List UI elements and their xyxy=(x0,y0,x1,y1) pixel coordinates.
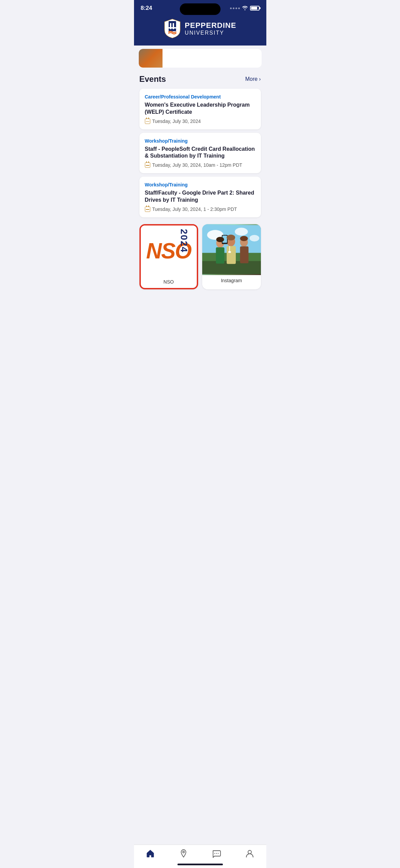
svg-rect-13 xyxy=(227,246,236,264)
status-time: 8:24 xyxy=(141,5,152,12)
svg-point-18 xyxy=(216,237,224,242)
instagram-label: Instagram xyxy=(221,278,242,283)
event-date-text-2: Tuesday, July 30, 2024, 10am - 12pm PDT xyxy=(152,162,242,168)
svg-point-6 xyxy=(235,228,248,235)
event-category-2: Workshop/Training xyxy=(145,138,255,144)
svg-point-20 xyxy=(240,236,248,241)
instagram-card[interactable]: Instagram xyxy=(202,224,261,289)
signal-icon xyxy=(230,7,240,9)
event-date-3: Tuesday, July 30, 2024, 1 - 2:30pm PDT xyxy=(145,206,255,212)
battery-icon xyxy=(250,6,260,11)
instagram-illustration xyxy=(202,224,261,275)
status-bar: 8:24 xyxy=(134,0,266,15)
svg-point-19 xyxy=(227,235,235,240)
header: PEPPERDINE UNIVERSITY xyxy=(134,15,266,46)
event-date-2: Tuesday, July 30, 2024, 10am - 12pm PDT xyxy=(145,162,255,168)
event-card-2[interactable]: Workshop/Training Staff - PeopleSoft Cre… xyxy=(139,133,261,174)
event-category-3: Workshop/Training xyxy=(145,182,255,187)
events-section: Events More › Career/Professional Develo… xyxy=(134,69,266,217)
events-header: Events More › xyxy=(139,74,261,84)
svg-rect-0 xyxy=(169,21,176,31)
event-title-3: Staff/Faculty - Google Drive Part 2: Sha… xyxy=(145,189,255,204)
logo-university: UNIVERSITY xyxy=(185,30,236,36)
logo-pepperdine: PEPPERDINE xyxy=(185,21,236,30)
more-chevron-icon: › xyxy=(259,76,261,82)
event-date-1: Tuesday, July 30, 2024 xyxy=(145,119,255,124)
calendar-icon-1 xyxy=(145,119,150,124)
events-title: Events xyxy=(139,74,166,84)
logo-shield xyxy=(164,18,181,39)
wifi-icon xyxy=(242,5,248,11)
event-category-1: Career/Professional Development xyxy=(145,94,255,100)
svg-rect-11 xyxy=(216,247,224,264)
event-card-1[interactable]: Career/Professional Development Women's … xyxy=(139,89,261,129)
event-card-3[interactable]: Workshop/Training Staff/Faculty - Google… xyxy=(139,177,261,217)
status-icons xyxy=(230,5,260,11)
svg-point-7 xyxy=(249,235,259,241)
instagram-image xyxy=(202,224,261,275)
nso-card[interactable]: NSO 2024 NSO xyxy=(139,224,198,289)
nso-label: NSO xyxy=(164,279,174,285)
svg-rect-3 xyxy=(169,27,176,29)
calendar-icon-3 xyxy=(145,206,150,212)
more-link[interactable]: More › xyxy=(245,76,261,82)
svg-rect-22 xyxy=(228,251,231,253)
calendar-icon-2 xyxy=(145,162,150,168)
event-date-text-3: Tuesday, July 30, 2024, 1 - 2:30pm PDT xyxy=(152,206,237,212)
dynamic-island xyxy=(180,3,221,15)
event-title-1: Women's Executive Leadership Program (WE… xyxy=(145,102,255,116)
more-label: More xyxy=(245,76,258,82)
grid-section: NSO 2024 NSO xyxy=(134,221,266,293)
event-title-2: Staff - PeopleSoft Credit Card Reallocat… xyxy=(145,146,255,160)
event-date-text-1: Tuesday, July 30, 2024 xyxy=(152,119,201,124)
logo-text: PEPPERDINE UNIVERSITY xyxy=(185,21,236,36)
svg-rect-17 xyxy=(240,246,248,263)
nso-year: 2024 xyxy=(178,229,189,253)
nso-image: NSO 2024 xyxy=(141,225,197,276)
partial-card-image xyxy=(139,49,163,68)
partial-card xyxy=(139,49,262,68)
